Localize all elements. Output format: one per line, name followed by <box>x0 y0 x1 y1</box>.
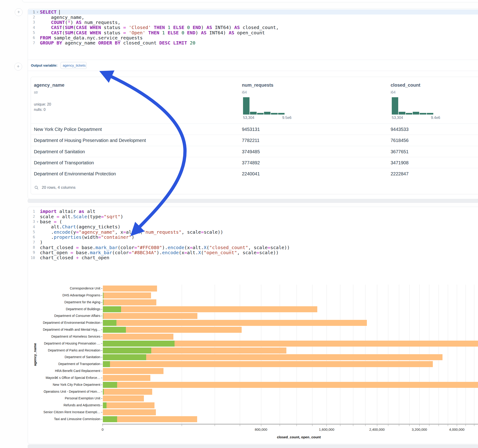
y-axis-tick <box>101 364 102 364</box>
y-axis-label: Department for the Aging <box>28 300 100 304</box>
histogram-bar <box>413 112 419 115</box>
table-row[interactable]: Department of Sanitation37494853677651 <box>31 146 478 157</box>
code-text: agency_name, <box>40 14 84 20</box>
code-text: alt.Chart(agency_tickets) <box>40 224 120 230</box>
fold-chevron-icon[interactable]: ∨ <box>35 220 40 223</box>
y-axis-label: Department of Buildings <box>28 307 100 311</box>
code-line-4[interactable]: 4 alt.Chart(agency_tickets) <box>28 224 478 229</box>
code-line-10[interactable]: 10chart_closed + chart_open <box>28 255 478 260</box>
table-row[interactable]: Department of Transportation377489234719… <box>31 157 478 168</box>
column-name: agency_name <box>34 82 64 88</box>
code-line-6[interactable]: 6FROM sample_data.nyc.service_requests <box>28 35 478 40</box>
cell-num-requests: 2240041 <box>242 171 260 176</box>
line-number: 10 <box>28 255 35 260</box>
cell-num-requests: 7782211 <box>242 138 259 143</box>
histogram-num-requests <box>243 97 284 115</box>
bar-closed-count <box>103 313 197 319</box>
dataframe-preview: agency_name str unique: 20 nulls: 0 num_… <box>31 77 478 194</box>
code-line-2[interactable]: 2 agency_name, <box>28 14 478 20</box>
x-axis-minor-tick <box>429 424 429 426</box>
output-variable-label: Output variable: <box>31 63 57 67</box>
histogram-bar <box>392 97 398 115</box>
code-line-5[interactable]: 5 CAST(SUM(CASE WHEN status = 'Open' THE… <box>28 30 478 35</box>
next-cell-band[interactable] <box>28 445 478 448</box>
code-line-8[interactable]: 8chart_closed = base.mark_bar(color="#FF… <box>28 245 478 250</box>
histogram-bar <box>264 112 270 115</box>
code-text: scale = alt.Scale(type="sqrt") <box>40 214 123 219</box>
y-axis-tick <box>101 295 102 296</box>
code-line-2[interactable]: 2scale = alt.Scale(type="sqrt") <box>28 214 478 219</box>
altair-bar-chart: Correspondence UnitDHS Advantage Program… <box>28 284 478 444</box>
histogram-labels: 53,304 9.4e6 <box>392 116 440 120</box>
cell-closed-count: 2222847 <box>391 171 409 176</box>
y-axis-tick <box>101 405 102 406</box>
y-axis-label: New York City Police Department <box>28 383 100 386</box>
table-row[interactable]: Department of Environmental Protection22… <box>31 168 478 179</box>
x-axis-minor-tick <box>215 424 215 426</box>
table-row[interactable]: New York City Police Department945313194… <box>31 124 478 135</box>
code-text: base = ( <box>40 219 62 224</box>
code-line-3[interactable]: 3 COUNT(*) AS num_requests, <box>28 20 478 25</box>
code-text: FROM sample_data.nyc.service_requests <box>40 35 143 41</box>
bar-open-count <box>103 389 104 395</box>
gridline <box>474 285 474 424</box>
cell-num-requests: 3749485 <box>242 149 260 154</box>
line-number: 9 <box>28 250 35 255</box>
column-type: i64 <box>242 90 247 94</box>
code-line-7[interactable]: 7GROUP BY agency_name ORDER BY closed_co… <box>28 40 478 45</box>
code-line-6[interactable]: 6 .properties(width="container") <box>28 235 478 240</box>
bar-closed-count <box>103 354 442 360</box>
x-axis-minor-tick <box>182 424 182 426</box>
histogram-min-label: 53,304 <box>243 116 254 120</box>
code-text: chart_open = base.mark_bar(color="#8BC34… <box>40 250 279 255</box>
table-row[interactable]: Department of Housing Preservation and D… <box>31 135 478 146</box>
bar-closed-count <box>103 361 433 367</box>
bar-closed-count <box>103 368 164 374</box>
y-axis-tick <box>101 419 102 419</box>
x-axis-major-tick <box>419 424 420 426</box>
gridline <box>448 285 448 424</box>
line-number: 7 <box>28 240 35 244</box>
bar-open-count <box>103 382 117 388</box>
code-line-5[interactable]: 5 .encode(y="agency_name", x=alt.X("num_… <box>28 229 478 234</box>
code-line-4[interactable]: 4 CAST(SUM(CASE WHEN status = 'Closed' T… <box>28 25 478 30</box>
add-cell-button-output[interactable]: + <box>14 63 22 70</box>
bar-open-count <box>103 341 175 347</box>
x-axis-minor-tick <box>388 424 388 426</box>
histogram-bar <box>278 113 284 115</box>
search-icon[interactable] <box>34 185 39 190</box>
code-line-1[interactable]: 1∨SELECT <box>28 9 478 14</box>
cell-divider-band[interactable] <box>28 199 478 203</box>
line-number: 3 <box>28 20 35 25</box>
cell-closed-count: 7618456 <box>391 138 409 143</box>
code-text: SELECT <box>40 9 60 15</box>
previous-cell-fragment <box>22 0 478 2</box>
y-axis-label: DHS Advantage Programs <box>28 293 100 297</box>
row-column-count: 20 rows, 4 columns <box>42 185 75 190</box>
line-number: 8 <box>28 245 35 249</box>
code-line-7[interactable]: 7) <box>28 240 478 245</box>
code-text: chart_closed = base.mark_bar(color="#FFC… <box>40 245 290 250</box>
sql-editor[interactable]: 1∨SELECT 2 agency_name,3 COUNT(*) AS num… <box>28 9 478 60</box>
fold-chevron-icon[interactable]: ∨ <box>35 10 40 14</box>
y-axis-tick <box>101 330 102 330</box>
column-type: str <box>34 90 38 94</box>
add-cell-button-top[interactable]: + <box>15 8 23 16</box>
code-line-1[interactable]: 1import altair as alt <box>28 209 478 214</box>
bar-closed-count <box>103 395 144 401</box>
python-cell: 1import altair as alt2scale = alt.Scale(… <box>28 207 478 444</box>
y-axis-tick <box>101 309 102 310</box>
bar-open-count <box>103 348 151 354</box>
line-number: 2 <box>28 15 35 19</box>
python-editor[interactable]: 1import altair as alt2scale = alt.Scale(… <box>28 207 478 274</box>
histogram-max-label: 9.4e6 <box>431 116 440 120</box>
output-variable-pill[interactable]: agency_tickets <box>61 62 87 69</box>
gridline <box>457 285 457 424</box>
histogram-bar <box>399 112 405 115</box>
x-axis-minor-tick <box>296 424 297 426</box>
code-line-9[interactable]: 9chart_open = base.mark_bar(color="#8BC3… <box>28 250 478 255</box>
y-axis-tick <box>101 392 102 392</box>
code-line-3[interactable]: 3∨base = ( <box>28 219 478 224</box>
bar-open-count <box>103 361 110 367</box>
bar-open-count <box>103 354 146 360</box>
